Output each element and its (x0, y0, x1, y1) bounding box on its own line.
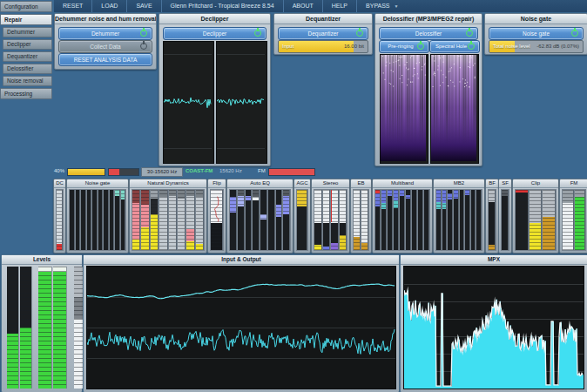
delossifier-panel: Delossifier (MP3/MPEG2 repair) Delossifi… (374, 13, 482, 166)
dehummer-toggle-button[interactable]: Dehummer (58, 27, 152, 40)
pre-ringing-toggle-button[interactable]: Pre-ringing (379, 40, 429, 53)
menu-item-reset[interactable]: RESET (54, 0, 91, 12)
collect-data-button[interactable]: Collect Data (58, 40, 152, 53)
input-output-scope (86, 266, 396, 389)
menu-item-help[interactable]: HELP (322, 0, 356, 12)
meter-panel-title: SF (499, 179, 511, 188)
level-meter (230, 190, 237, 250)
level-meter (563, 190, 574, 250)
declipper-panel: Declipper Declipper (159, 13, 271, 166)
power-icon (254, 30, 261, 37)
mpx-spectrum-scope (403, 266, 584, 389)
power-icon (140, 43, 147, 50)
dequantizer-panel: Dequantizer Dequantizer Input 16.00 bit (273, 13, 373, 55)
fm-level-meter (268, 168, 315, 176)
delossifier-spectrogram-right (430, 54, 479, 164)
sidebar-item-dequantizer[interactable]: Dequantizer (3, 51, 52, 62)
meter-panel-title: Multiband (373, 179, 432, 188)
dequantizer-input-slider[interactable]: Input 16.00 bit (278, 40, 368, 53)
level-meter (115, 190, 120, 250)
power-icon (468, 43, 475, 50)
sidebar-item-processing[interactable]: Processing (0, 88, 52, 99)
meter-panel-sf: SF (498, 179, 512, 253)
sidebar-item-dehummer[interactable]: Dehummer (3, 27, 52, 37)
meter-panel-title: Noise gate (67, 179, 128, 188)
level-meter (354, 190, 361, 250)
meter-panel-agc: AGC (294, 179, 311, 253)
input-level-mini-meter (108, 168, 139, 176)
level-meter (502, 190, 509, 250)
level-meter (381, 190, 387, 250)
mpx-panel: MPX (400, 254, 587, 392)
meter-panel-title: BF (486, 179, 498, 188)
level-meter (442, 190, 448, 250)
input-output-panel-title: Input & Output (84, 255, 399, 265)
input-output-panel: Input & Output (83, 254, 400, 392)
sample-frequency-label: 15620 Hz (219, 167, 242, 175)
sidebar-item-declipper[interactable]: Declipper (3, 39, 52, 50)
menu-item-load[interactable]: LOAD (91, 0, 126, 12)
menu-item-about[interactable]: ABOUT (283, 0, 322, 12)
levels-meters (4, 266, 79, 389)
level-meter (132, 190, 140, 250)
dequantizer-panel-title: Dequantizer (274, 14, 372, 24)
meter-panel-stereo: Stereo (311, 179, 350, 253)
level-meter (81, 190, 86, 250)
sidebar-item-delossifier[interactable]: Delossifier (3, 64, 52, 74)
sidebar-item-repair[interactable]: Repair (0, 14, 52, 25)
dehummer-panel-title: Dehummer noise and hum removal (55, 14, 156, 24)
meter-panel-bf: BF (485, 179, 499, 253)
level-meter (489, 190, 496, 250)
declipper-waveform-right (216, 41, 267, 164)
meter-panel-title: FM (560, 179, 587, 188)
frequency-range-badge: 30-15620 Hz (141, 167, 183, 177)
meter-panel-dc: DC (53, 179, 66, 253)
meter-panel-auto-eq: Auto EQ (226, 179, 294, 253)
chevron-down-icon: ▼ (395, 3, 399, 9)
level-meter (186, 190, 194, 250)
dequantizer-toggle-button[interactable]: Dequantizer (278, 27, 368, 40)
meter-panel-clip: Clip (512, 179, 559, 253)
level-meter (20, 267, 32, 389)
reset-analysis-data-button[interactable]: RESET ANALYSIS DATA (58, 53, 152, 66)
flip-trace (210, 189, 224, 251)
delossifier-panel-title: Delossifier (MP3/MPEG2 repair) (375, 14, 482, 24)
menu-item-glenn-pritchard-tropical-breeze-8-54[interactable]: Glenn Pritchard - Tropical Breeze 8.54 (161, 0, 283, 12)
meter-panel-title: MB2 (434, 179, 484, 188)
meter-panel-title: Clip (513, 179, 558, 188)
sidebar-item-noise-removal[interactable]: Noise removal (3, 76, 52, 86)
spectral-hole-toggle-button[interactable]: Spectral Hole (429, 40, 480, 53)
level-meter (260, 190, 267, 250)
phase-indicator-line (331, 190, 332, 222)
menu-item-bypass[interactable]: BYPASS▼ (356, 0, 407, 12)
level-meter (476, 190, 482, 250)
menu-item-save[interactable]: SAVE (126, 0, 160, 12)
declipper-waveform-left (163, 41, 214, 164)
cpu-meter (67, 168, 105, 176)
level-meter (246, 190, 253, 250)
power-icon (356, 30, 363, 37)
meter-panel-title: Auto EQ (227, 179, 293, 188)
level-meter (516, 190, 529, 250)
meter-panel-mb2: MB2 (433, 179, 485, 253)
delossifier-toggle-button[interactable]: Delossifier (379, 27, 478, 40)
level-meter (38, 267, 52, 389)
level-meter (340, 190, 347, 250)
declipper-toggle-button[interactable]: Declipper (163, 27, 267, 40)
level-meter (412, 190, 417, 250)
level-meter (76, 190, 81, 250)
noise-gate-panel: Noise gate Noise gate Total noise level … (484, 13, 587, 55)
level-meter (92, 190, 98, 250)
meter-panel-title: DC (54, 179, 65, 188)
meter-panel-title: Natural Dynamics (130, 179, 206, 188)
meter-panel-fm: FM (559, 179, 587, 253)
level-meter (331, 190, 339, 250)
level-meter (283, 190, 290, 250)
noise-gate-toggle-button[interactable]: Noise gate (489, 27, 584, 40)
total-noise-level-slider[interactable]: Total noise level -62.83 dB (0.07%) (489, 40, 584, 53)
level-meter (375, 190, 381, 250)
sidebar-item-configuration[interactable]: Configuration (0, 1, 52, 12)
level-meter (406, 190, 411, 250)
level-meter (178, 190, 186, 250)
level-meter (388, 190, 393, 250)
